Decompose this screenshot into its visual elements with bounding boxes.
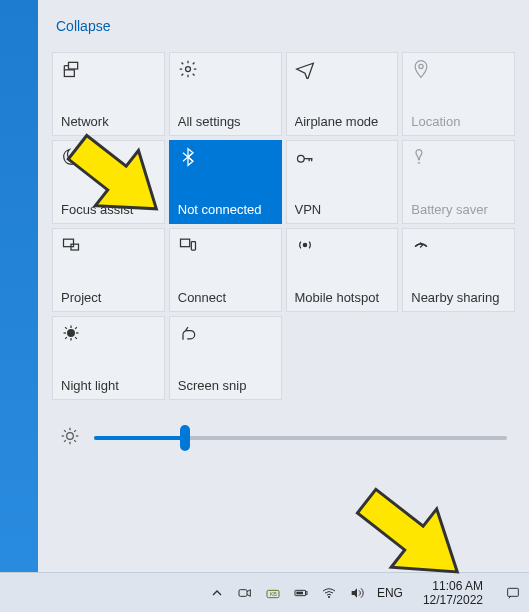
collapse-link[interactable]: Collapse [56,18,515,34]
svg-line-21 [75,337,77,339]
system-tray: KB ENG 11:06 AM 12/17/2022 [209,579,521,607]
brightness-row [52,426,515,450]
svg-rect-1 [69,62,78,69]
location-icon [411,59,506,81]
svg-rect-42 [508,588,519,596]
brightness-slider[interactable] [94,436,507,440]
action-center-panel: Collapse NetworkAll settingsAirplane mod… [38,0,529,572]
svg-rect-34 [239,589,247,596]
tile-label: VPN [295,202,390,217]
nearby-icon [411,235,506,257]
svg-line-33 [74,430,76,432]
tile-nightlight[interactable]: Night light [52,316,165,400]
svg-line-20 [65,327,67,329]
taskbar: KB ENG 11:06 AM 12/17/2022 [0,572,529,612]
svg-line-22 [65,337,67,339]
tile-settings[interactable]: All settings [169,52,282,136]
tile-moon[interactable]: Focus assist [52,140,165,224]
svg-rect-38 [306,591,307,594]
clock[interactable]: 11:06 AM 12/17/2022 [423,579,483,607]
tile-label: Project [61,290,156,305]
tile-location[interactable]: Location [402,52,515,136]
svg-line-31 [74,440,76,442]
tile-snip[interactable]: Screen snip [169,316,282,400]
tile-connect[interactable]: Connect [169,228,282,312]
svg-rect-12 [180,239,189,247]
svg-point-14 [303,243,306,246]
moon-icon [61,147,156,169]
clock-time: 11:06 AM [423,579,483,593]
svg-rect-10 [64,239,74,247]
tile-label: Location [411,114,506,129]
tile-label: Screen snip [178,378,273,393]
svg-point-5 [419,64,423,68]
svg-line-23 [75,327,77,329]
tile-airplane[interactable]: Airplane mode [286,52,399,136]
network-icon [61,59,156,81]
nightlight-icon [61,323,156,345]
vpn-icon [295,147,390,169]
hotspot-icon [295,235,390,257]
svg-rect-0 [64,70,74,77]
tile-hotspot[interactable]: Mobile hotspot [286,228,399,312]
tile-label: Not connected [178,202,273,217]
language-indicator[interactable]: ENG [377,586,403,600]
svg-point-25 [67,433,74,440]
project-icon [61,235,156,257]
tile-project[interactable]: Project [52,228,165,312]
notifications-icon[interactable] [505,585,521,601]
svg-marker-41 [352,588,357,597]
wifi-icon[interactable] [321,585,337,601]
battery-icon [411,147,506,169]
battery-icon[interactable] [293,585,309,601]
svg-point-15 [68,330,75,337]
svg-rect-13 [191,242,195,250]
keyboard-icon[interactable]: KB [265,585,281,601]
tile-label: Network [61,114,156,129]
snip-icon [178,323,273,345]
meet-now-icon[interactable] [237,585,253,601]
tile-label: Focus assist [61,202,156,217]
airplane-icon [295,59,390,81]
tile-battery[interactable]: Battery saver [402,140,515,224]
tile-label: Airplane mode [295,114,390,129]
tile-label: All settings [178,114,273,129]
tile-vpn[interactable]: VPN [286,140,399,224]
brightness-icon [60,426,80,450]
svg-point-4 [185,67,190,72]
svg-line-32 [64,440,66,442]
tile-bluetooth[interactable]: Not connected [169,140,282,224]
svg-point-8 [297,155,304,162]
svg-line-30 [64,430,66,432]
tile-network[interactable]: Network [52,52,165,136]
connect-icon [178,235,273,257]
tray-chevron-up-icon[interactable] [209,585,225,601]
quick-actions-grid: NetworkAll settingsAirplane modeLocation… [52,52,515,400]
tile-nearby[interactable]: Nearby sharing [402,228,515,312]
tile-label: Night light [61,378,156,393]
tile-label: Mobile hotspot [295,290,390,305]
svg-rect-39 [296,591,303,594]
clock-date: 12/17/2022 [423,593,483,607]
svg-text:KB: KB [270,590,278,596]
svg-point-40 [328,596,329,597]
bluetooth-icon [178,147,273,169]
tile-label: Nearby sharing [411,290,506,305]
tile-label: Connect [178,290,273,305]
settings-icon [178,59,273,81]
tile-label: Battery saver [411,202,506,217]
volume-icon[interactable] [349,585,365,601]
